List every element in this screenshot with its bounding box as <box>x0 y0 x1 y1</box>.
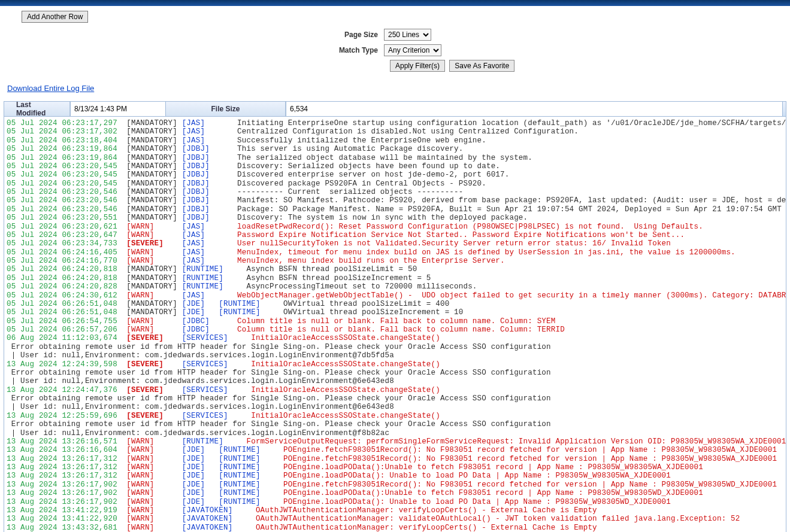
log-line[interactable]: 13 Aug 2024 12:25:59,696 [SEVERE] [SERVI… <box>7 412 783 420</box>
log-level: [MANDATORY] <box>126 180 181 188</box>
log-line[interactable]: 13 Aug 2024 13:26:17,902 [WARN] [JDE] [R… <box>7 498 783 506</box>
log-timestamp: 05 Jul 2024 06:23:34,733 <box>7 239 126 248</box>
log-message: POEngine.fetchF983051Record(): No F98305… <box>283 446 777 454</box>
log-line[interactable]: 06 Aug 2024 11:12:03,674 [SEVERE] [SERVI… <box>7 334 783 342</box>
log-timestamp: 05 Jul 2024 06:24:16,405 <box>7 248 126 257</box>
log-line[interactable]: 13 Aug 2024 13:26:17,312 [WARN] [JDE] [R… <box>7 463 783 472</box>
log-line[interactable]: 05 Jul 2024 06:23:20,545 [MANDATORY] [JD… <box>7 171 783 179</box>
log-line[interactable]: 05 Jul 2024 06:23:34,733 [SEVERE] [JAS] … <box>7 239 783 248</box>
log-viewer[interactable]: 05 Jul 2024 06:23:17,297 [MANDATORY] [JA… <box>4 117 786 532</box>
log-line[interactable]: 05 Jul 2024 06:23:20,551 [MANDATORY] [JD… <box>7 214 783 222</box>
log-timestamp: 05 Jul 2024 06:23:20,551 <box>7 214 126 222</box>
log-message: POEngine.loadPOData():Unable to fetch F9… <box>283 463 703 472</box>
apply-filters-button[interactable]: Apply Filter(s) <box>390 60 445 72</box>
log-message: POEngine.fetchF983051Record(): No F98305… <box>283 455 777 463</box>
log-line[interactable]: 13 Aug 2024 13:41:22,919 [WARN] [JAVATOK… <box>7 506 783 515</box>
log-message: The serialized object database will be m… <box>237 154 532 162</box>
log-line[interactable]: 05 Jul 2024 06:23:20,546 [MANDATORY] [JD… <box>7 205 783 214</box>
log-timestamp: 05 Jul 2024 06:26:57,206 <box>7 326 126 334</box>
log-level: [MANDATORY] <box>126 188 181 196</box>
log-timestamp: 05 Jul 2024 06:23:20,621 <box>7 223 126 231</box>
log-module: [JAS] <box>182 119 219 127</box>
log-line-continuation: | User id: null,Environment: com.jdedwar… <box>7 403 783 411</box>
log-line[interactable]: 13 Aug 2024 13:26:17,312 [WARN] [JDE] [R… <box>7 472 783 480</box>
log-module: [SERVICES] <box>182 334 233 342</box>
log-module: [JAVATOKEN] <box>182 524 237 532</box>
log-line[interactable]: 05 Jul 2024 06:26:57,206 [WARN] [JDBC] C… <box>7 326 783 334</box>
log-module: [SERVICES] <box>182 360 233 369</box>
log-message: MenuIndex, timeout for menu index build … <box>237 248 735 257</box>
log-level: [MANDATORY] <box>126 205 181 214</box>
log-line[interactable]: 05 Jul 2024 06:23:19,864 [MANDATORY] [JD… <box>7 145 783 153</box>
log-line[interactable]: 05 Jul 2024 06:23:19,864 [MANDATORY] [JD… <box>7 154 783 162</box>
log-module: [JDE] <box>182 481 219 489</box>
last-modified-label: Last Modified <box>4 102 70 116</box>
log-message: InitialOracleAccessSSOState.changeState(… <box>251 412 440 420</box>
log-module: [RUNTIME] <box>219 481 265 489</box>
log-line[interactable]: 05 Jul 2024 06:24:20,818 [MANDATORY] [RU… <box>7 274 783 282</box>
log-module: [JDBC] <box>182 317 219 326</box>
log-line[interactable]: 05 Jul 2024 06:23:17,302 [MANDATORY] [JA… <box>7 127 783 136</box>
match-type-select[interactable]: Any CriterionAll Criteria <box>384 44 441 56</box>
log-line[interactable]: 13 Aug 2024 12:24:39,598 [SEVERE] [SERVI… <box>7 360 783 369</box>
log-line[interactable]: 05 Jul 2024 06:24:16,770 [WARN] [JAS] Me… <box>7 257 783 265</box>
log-line-continuation: Error obtaining remote user id from HTTP… <box>7 420 783 428</box>
log-line[interactable]: 05 Jul 2024 06:23:20,621 [WARN] [JAS] lo… <box>7 223 783 231</box>
log-level: [WARN] <box>126 291 181 300</box>
log-line[interactable]: 05 Jul 2024 06:23:20,545 [MANDATORY] [JD… <box>7 162 783 171</box>
log-message: POEngine.loadPOData(): Unable to load PO… <box>283 472 671 480</box>
log-module: [JAS] <box>182 127 219 136</box>
page-size-label: Page Size <box>4 31 384 39</box>
add-another-row-button[interactable]: Add Another Row <box>22 11 88 23</box>
log-line[interactable]: 13 Aug 2024 13:26:17,902 [WARN] [JDE] [R… <box>7 481 783 489</box>
log-module: [RUNTIME] <box>219 455 265 463</box>
log-line[interactable]: 05 Jul 2024 06:26:51,048 [MANDATORY] [JD… <box>7 300 783 308</box>
log-level: [WARN] <box>126 257 181 265</box>
log-level: [MANDATORY] <box>126 127 181 136</box>
log-line[interactable]: 13 Aug 2024 12:24:47,376 [SEVERE] [SERVI… <box>7 386 783 394</box>
log-level: [WARN] <box>126 437 181 446</box>
log-message: OWVirtual thread poolSizeLimit = 400 <box>283 300 449 308</box>
log-line[interactable]: 13 Aug 2024 13:41:22,920 [WARN] [JAVATOK… <box>7 515 783 523</box>
log-line[interactable]: 05 Jul 2024 06:23:20,546 [MANDATORY] [JD… <box>7 196 783 205</box>
log-line[interactable]: 13 Aug 2024 13:26:17,902 [WARN] [JDE] [R… <box>7 489 783 497</box>
log-module: [JAVATOKEN] <box>182 515 237 523</box>
log-line[interactable]: 05 Jul 2024 06:26:54,755 [WARN] [JDBC] C… <box>7 317 783 326</box>
log-message: OAuthJWTAuthenticationManager: verifyLoo… <box>256 524 597 532</box>
log-line[interactable]: 13 Aug 2024 13:26:16,604 [WARN] [JDE] [R… <box>7 446 783 454</box>
log-line[interactable]: 13 Aug 2024 13:26:17,312 [WARN] [JDE] [R… <box>7 455 783 463</box>
log-level: [WARN] <box>126 498 181 506</box>
download-log-link[interactable]: Download Entire Log File <box>7 84 94 93</box>
log-module: [JDBJ] <box>182 214 219 222</box>
file-size-value[interactable] <box>286 102 783 116</box>
log-timestamp: 05 Jul 2024 06:23:20,545 <box>7 162 126 171</box>
log-message: OWVirtual thread poolSizeIncrement = 10 <box>283 308 463 317</box>
log-module: [RUNTIME] <box>219 472 265 480</box>
log-level: [MANDATORY] <box>126 136 181 145</box>
log-timestamp: 05 Jul 2024 06:23:19,864 <box>7 145 126 153</box>
log-line[interactable]: 05 Jul 2024 06:23:18,404 [MANDATORY] [JA… <box>7 136 783 145</box>
log-line[interactable]: 05 Jul 2024 06:26:51,048 [MANDATORY] [JD… <box>7 308 783 317</box>
log-line[interactable]: 05 Jul 2024 06:24:16,405 [WARN] [JAS] Me… <box>7 248 783 257</box>
log-line[interactable]: 05 Jul 2024 06:24:30,612 [WARN] [JAS] We… <box>7 291 783 300</box>
log-line[interactable]: 05 Jul 2024 06:24:20,828 [MANDATORY] [RU… <box>7 282 783 291</box>
log-level: [MANDATORY] <box>126 274 181 282</box>
log-line[interactable]: 13 Aug 2024 13:26:16,571 [WARN] [RUNTIME… <box>7 437 783 446</box>
log-line[interactable]: 05 Jul 2024 06:24:20,818 [MANDATORY] [RU… <box>7 265 783 273</box>
log-module: [JAS] <box>182 248 219 257</box>
log-module: [RUNTIME] <box>219 498 265 506</box>
save-as-favorite-button[interactable]: Save As Favorite <box>449 60 514 72</box>
log-line[interactable]: 05 Jul 2024 06:23:17,297 [MANDATORY] [JA… <box>7 119 783 127</box>
log-timestamp: 05 Jul 2024 06:23:18,404 <box>7 136 126 145</box>
log-line[interactable]: 05 Jul 2024 06:23:20,545 [MANDATORY] [JD… <box>7 180 783 188</box>
log-level: [WARN] <box>126 248 181 257</box>
page-size-select[interactable]: 50 Lines100 Lines250 Lines500 Lines <box>384 29 431 41</box>
log-line[interactable]: 13 Aug 2024 13:43:32,681 [WARN] [JAVATOK… <box>7 524 783 532</box>
log-level: [MANDATORY] <box>126 300 181 308</box>
log-message: OAuthJWTAuthenticationManager: validateO… <box>256 515 740 523</box>
last-modified-value[interactable] <box>70 102 166 116</box>
log-module: [JDBJ] <box>182 205 219 214</box>
log-line[interactable]: 05 Jul 2024 06:23:20,546 [MANDATORY] [JD… <box>7 188 783 196</box>
log-line[interactable]: 05 Jul 2024 06:23:20,647 [WARN] [JAS] Pa… <box>7 231 783 239</box>
log-level: [MANDATORY] <box>126 308 181 317</box>
